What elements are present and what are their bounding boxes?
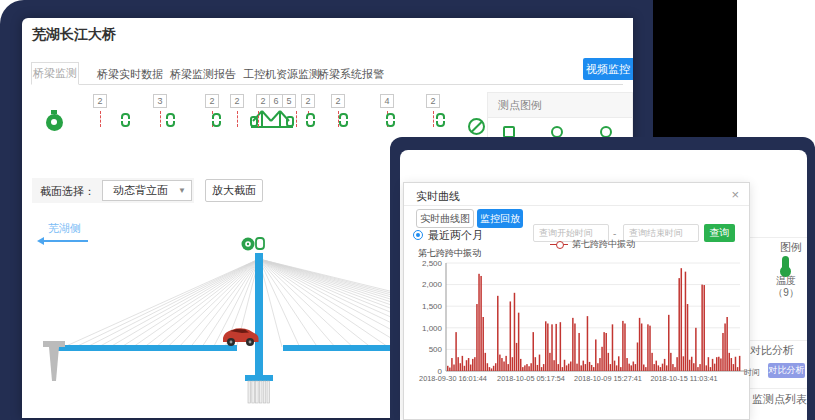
car [223,328,259,346]
sensor-count-badge: 2 [205,94,219,108]
point-list-title: 监测点列表 [752,392,807,407]
popup-card: 图例 温度 （9） 对比分析 对比分析 监测点列表 实时曲线 × 实时曲线图 监… [400,150,807,420]
tab-monitor-report[interactable]: 桥梁监测报告 [170,67,236,82]
dialog-title: 实时曲线 [416,189,460,204]
video-monitor-button[interactable]: 视频监控 [583,58,633,80]
sensor-count-badge: 6 [269,94,283,108]
sensor-count-badge: 2 [256,94,270,108]
link-icon[interactable] [212,113,221,127]
sensor-count-badge: 2 [93,94,107,108]
left-pier-cap [43,341,65,347]
foundation-cap [245,375,273,381]
video-placeholder [653,0,737,138]
section-select-label: 截面选择： [40,184,95,199]
tab-ipc-resource[interactable]: 工控机资源监测 [243,67,320,82]
panel-divider [748,340,807,341]
query-button[interactable]: 查询 [704,224,735,242]
ban-icon[interactable] [468,118,485,135]
page-title: 芜湖长江大桥 [32,26,116,44]
radio-last-two-months[interactable] [413,230,423,240]
svg-text:时间: 时间 [744,368,760,377]
panel-divider [748,237,807,238]
section-select-dropdown[interactable]: 动态背立面 ▼ [102,180,192,201]
thermometer-icon[interactable] [782,256,789,269]
stopwatch-icon[interactable] [46,114,63,131]
foundation-piles [248,381,270,403]
link-icon [256,238,264,249]
svg-text:2018-09-30 16:01:44: 2018-09-30 16:01:44 [419,374,487,383]
bridge-tower [255,253,263,377]
sensor-count-badge: 2 [426,94,440,108]
close-icon[interactable]: × [731,187,739,202]
link-icon[interactable] [166,113,175,127]
svg-text:500: 500 [429,345,443,354]
sensor-dashed-line [160,111,161,127]
panel-legend-title: 图例 [780,240,802,255]
realtime-curve-dialog: 实时曲线 × 实时曲线图 监控回放 最近两个月 - 查询 第七跨跨中振动 第七跨… [403,182,750,420]
sensor-dashed-line [433,111,434,127]
bridge-deck-left [58,345,237,351]
vibration-chart: 2,5002,0001,5001,00050002018-09-30 16:01… [412,257,748,389]
tab-monitor-playback[interactable]: 监控回放 [477,209,523,228]
legend-panel-title: 测点图例 [488,93,632,118]
svg-text:2018-10-09 15:27:41: 2018-10-09 15:27:41 [574,374,642,383]
legend-label: 第七跨跨中振动 [572,238,635,251]
temperature-count: （9） [772,286,800,300]
sensor-count-badge: 4 [380,94,394,108]
tab-system-alarm[interactable]: 桥梁系统报警 [318,67,384,82]
bridge-side-label: 芜湖侧 [48,221,81,236]
zoom-section-button[interactable]: 放大截面 [205,179,263,202]
svg-text:2018-10-05 05:17:54: 2018-10-05 05:17:54 [497,374,565,383]
sensor-dashed-line [258,111,259,127]
compare-analysis-button[interactable]: 对比分析 [768,363,805,378]
sensor-dashed-line [100,111,101,127]
sensor-dashed-line [237,111,238,127]
legend-line-marker-icon [550,240,568,249]
sensor-count-badge: 2 [331,94,345,108]
svg-text:1,000: 1,000 [422,324,443,333]
sensor-count-badge: 2 [230,94,244,108]
svg-text:2,000: 2,000 [422,280,443,289]
svg-text:1,500: 1,500 [422,302,443,311]
section-select-value: 动态背立面 [113,184,168,196]
popup-window: 图例 温度 （9） 对比分析 对比分析 监测点列表 实时曲线 × 实时曲线图 监… [390,137,815,420]
link-icon[interactable] [386,113,395,127]
compare-section-title: 对比分析 [750,343,794,358]
left-pier [49,347,59,381]
link-icon[interactable] [339,113,348,127]
sensor-count-badge: 3 [153,94,167,108]
tab-realtime-data[interactable]: 桥梁实时数据 [97,67,163,82]
link-icon[interactable] [121,113,130,127]
panel-divider [748,388,807,389]
tab-realtime-curve[interactable]: 实时曲线图 [416,209,474,228]
link-icon[interactable] [306,113,315,127]
svg-text:2,500: 2,500 [422,259,443,268]
chevron-down-icon: ▼ [178,181,186,200]
sensor-count-badge: 5 [282,94,296,108]
sensor-count-badge: 2 [301,94,315,108]
chart-legend[interactable]: 第七跨跨中振动 [550,238,635,251]
radio-label: 最近两个月 [428,228,483,243]
camera-icon [242,238,265,251]
sensor-dashed-line [296,111,297,127]
tabbar-divider [32,84,623,85]
link-icon[interactable] [436,113,445,127]
svg-text:2018-10-15 11:03:41: 2018-10-15 11:03:41 [650,374,717,383]
tab-bridge-monitor[interactable]: 桥梁监测 [31,62,79,85]
